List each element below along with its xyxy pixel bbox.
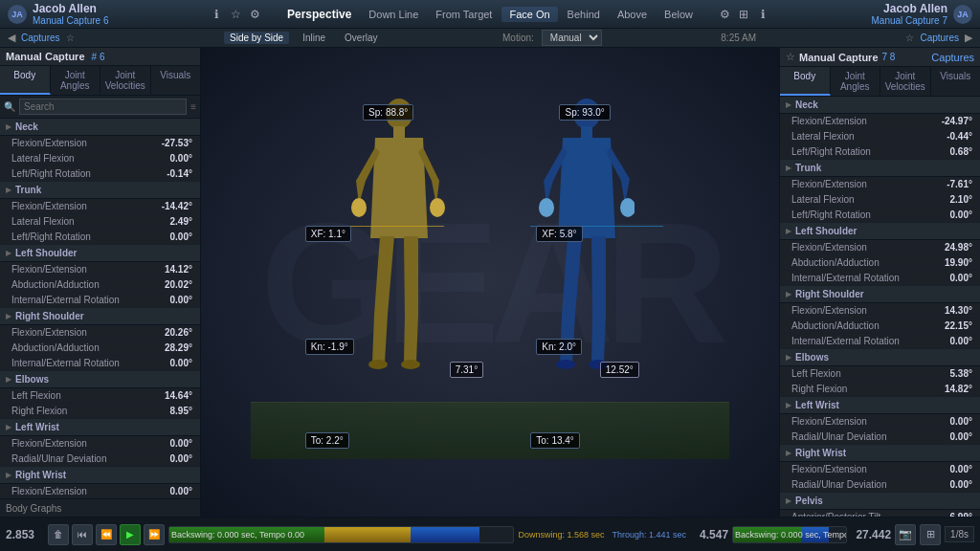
data-value: 0.00° bbox=[170, 231, 192, 242]
icon-info2[interactable]: ℹ bbox=[754, 6, 771, 23]
section-name: Pelvis bbox=[795, 496, 823, 506]
star-icon-rp[interactable]: ☆ bbox=[786, 51, 795, 63]
section-header-right-shoulder[interactable]: ▶Right Shoulder bbox=[0, 308, 200, 325]
section-header-right-wrist[interactable]: ▶Right Wrist bbox=[0, 467, 200, 484]
icon-settings2[interactable]: ⚙ bbox=[716, 6, 733, 23]
section-header-left-wrist[interactable]: ▶Left Wrist bbox=[780, 397, 980, 414]
filter-icon-left[interactable]: ≡ bbox=[190, 101, 196, 112]
data-value: 20.26° bbox=[165, 327, 192, 338]
left-capture-name: Manual Capture 6 bbox=[33, 15, 109, 26]
triangle-icon: ▶ bbox=[6, 122, 11, 131]
nav-perspective[interactable]: Perspective bbox=[279, 6, 359, 23]
section-name: Trunk bbox=[795, 163, 821, 173]
section-header-trunk[interactable]: ▶Trunk bbox=[780, 160, 980, 177]
star-icon-right[interactable]: ☆ bbox=[905, 33, 914, 43]
data-label: Internal/External Rotation bbox=[11, 358, 120, 368]
tab-joint-angles-right[interactable]: Joint Angles bbox=[831, 67, 881, 96]
nav-downline[interactable]: Down Line bbox=[361, 7, 426, 22]
tab-visuals-right[interactable]: Visuals bbox=[931, 67, 981, 96]
section-header-elbows[interactable]: ▶Elbows bbox=[780, 349, 980, 366]
data-row: Radial/Ulnar Deviation 0.00° bbox=[780, 430, 980, 445]
triangle-icon: ▶ bbox=[6, 471, 11, 479]
label-sp-right: Sp: 93.0° bbox=[559, 104, 610, 121]
data-value: 0.00° bbox=[950, 464, 972, 474]
triangle-icon: ▶ bbox=[6, 249, 11, 257]
sub-nav-inline[interactable]: Inline bbox=[297, 32, 331, 44]
btn-prev[interactable]: ⏮ bbox=[72, 524, 93, 545]
triangle-icon: ▶ bbox=[786, 401, 791, 409]
captures-label-right[interactable]: Captures bbox=[920, 33, 959, 43]
data-row: Flexion/Extension 20.26° bbox=[0, 325, 200, 341]
ground-plane bbox=[251, 402, 729, 459]
section-header-right-wrist[interactable]: ▶Right Wrist bbox=[780, 445, 980, 462]
svg-point-10 bbox=[556, 360, 575, 369]
ctrl-camera[interactable]: 📷 bbox=[895, 524, 916, 545]
triangle-icon: ▶ bbox=[786, 100, 791, 109]
timeline-track[interactable]: Backswing: 0.000 sec, Tempo 0.00 bbox=[168, 526, 514, 543]
section-header-neck[interactable]: ▶Neck bbox=[780, 97, 980, 114]
bottom-num-right: 4.547 bbox=[690, 528, 728, 541]
data-value: 0.00° bbox=[950, 336, 972, 346]
star-icon-left[interactable]: ☆ bbox=[66, 33, 75, 43]
center-viewport[interactable]: GEAR bbox=[201, 48, 779, 517]
section-header-left-wrist[interactable]: ▶Left Wrist bbox=[0, 419, 200, 436]
nav-behind[interactable]: Behind bbox=[560, 7, 608, 22]
icon-grid[interactable]: ⊞ bbox=[735, 6, 752, 23]
ctrl-grid[interactable]: ⊞ bbox=[920, 524, 941, 545]
left-user-avatar: JA bbox=[8, 5, 27, 24]
icon-settings[interactable]: ⚙ bbox=[247, 6, 264, 23]
search-input-left[interactable] bbox=[19, 99, 187, 115]
btn-trash[interactable]: 🗑 bbox=[48, 524, 69, 545]
tab-body-left[interactable]: Body bbox=[0, 66, 51, 95]
section-name: Left Shoulder bbox=[15, 248, 77, 258]
timeline-track-right[interactable]: Backswing: 0.000 sec, Tempo 0.00 bbox=[732, 526, 847, 543]
tab-body-right[interactable]: Body bbox=[780, 67, 831, 96]
nav-fromtarget[interactable]: From Target bbox=[428, 7, 500, 22]
section-header-pelvis[interactable]: ▶Pelvis bbox=[780, 493, 980, 510]
data-value: 0.00° bbox=[950, 209, 972, 220]
right-back-icon[interactable]: ▶ bbox=[965, 32, 972, 44]
downswing-label: Downswing: 1.568 sec bbox=[518, 530, 604, 540]
section-header-right-shoulder[interactable]: ▶Right Shoulder bbox=[780, 286, 980, 303]
btn-play[interactable]: ▶ bbox=[120, 524, 141, 545]
section-header-neck[interactable]: ▶Neck bbox=[0, 119, 200, 136]
icon-info[interactable]: ℹ bbox=[209, 6, 226, 23]
tab-visuals-left[interactable]: Visuals bbox=[151, 66, 201, 95]
captures-label-rp[interactable]: Captures bbox=[931, 52, 974, 63]
data-row: Right Flexion 8.95° bbox=[0, 404, 200, 419]
triangle-icon: ▶ bbox=[786, 353, 791, 362]
nav-above[interactable]: Above bbox=[610, 7, 655, 22]
data-row: Radial/Ulnar Deviation 0.00° bbox=[0, 452, 200, 467]
section-header-trunk[interactable]: ▶Trunk bbox=[0, 182, 200, 199]
svg-point-2 bbox=[351, 198, 367, 217]
data-row: Lateral Flexion 0.00° bbox=[0, 151, 200, 166]
svg-rect-7 bbox=[581, 126, 592, 138]
nav-below[interactable]: Below bbox=[657, 7, 701, 22]
label-kn-right: Kn: 2.0° bbox=[536, 339, 582, 355]
left-back-icon[interactable]: ◀ bbox=[8, 32, 15, 44]
left-panel-subtitle: # 6 bbox=[92, 52, 105, 62]
motion-label: Motion: bbox=[502, 33, 534, 43]
transport-controls: 🗑 ⏮ ⏪ ▶ ⏩ bbox=[48, 524, 165, 545]
data-label: Lateral Flexion bbox=[11, 216, 75, 227]
tab-joint-angles-left[interactable]: Joint Angles bbox=[51, 66, 101, 95]
data-value: 0.00° bbox=[950, 479, 972, 490]
section-name: Left Wrist bbox=[15, 422, 59, 432]
data-label: Flexion/Extension bbox=[11, 486, 87, 496]
section-header-left-shoulder[interactable]: ▶Left Shoulder bbox=[780, 223, 980, 240]
btn-back[interactable]: ⏪ bbox=[96, 524, 117, 545]
icon-star[interactable]: ☆ bbox=[228, 6, 245, 23]
btn-fwd[interactable]: ⏩ bbox=[144, 524, 165, 545]
tab-joint-vel-right[interactable]: Joint Velocities bbox=[880, 67, 931, 96]
section-header-left-shoulder[interactable]: ▶Left Shoulder bbox=[0, 245, 200, 262]
sub-nav-overlay[interactable]: Overlay bbox=[339, 32, 383, 44]
sub-nav-sidebyside[interactable]: Side by Side bbox=[224, 32, 289, 44]
data-label: Left/Right Rotation bbox=[11, 168, 91, 179]
motion-select[interactable]: Manual bbox=[542, 30, 602, 46]
nav-faceon[interactable]: Face On bbox=[501, 7, 557, 22]
section-header-elbows[interactable]: ▶Elbows bbox=[0, 371, 200, 388]
data-value: 19.90° bbox=[945, 257, 972, 268]
captures-label-left[interactable]: Captures bbox=[21, 33, 60, 43]
data-value: 14.82° bbox=[945, 384, 972, 394]
tab-joint-vel-left[interactable]: Joint Velocities bbox=[100, 66, 151, 95]
